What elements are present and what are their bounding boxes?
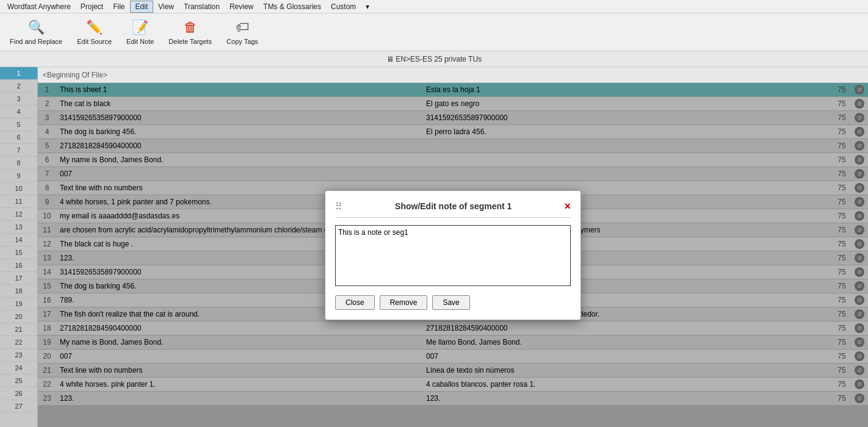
find-replace-label: Find and Replace bbox=[10, 38, 62, 45]
close-button[interactable]: Close bbox=[335, 295, 375, 310]
save-button[interactable]: Save bbox=[432, 295, 469, 310]
menu-edit[interactable]: Edit bbox=[130, 1, 154, 13]
row-num-26: 26 bbox=[0, 387, 37, 400]
main-area: 1 2 3 4 5 6 7 8 9 10 11 12 13 14 15 16 1… bbox=[0, 67, 868, 427]
row-num-27: 27 bbox=[0, 400, 37, 413]
copy-tags-label: Copy Tags bbox=[226, 38, 258, 45]
row-num-6: 6 bbox=[0, 131, 37, 144]
menu-tms[interactable]: TMs & Glossaries bbox=[258, 1, 326, 12]
row-num-10: 10 bbox=[0, 182, 37, 195]
modal-header: ⠿ Show/Edit note of segment 1 × bbox=[335, 201, 571, 218]
edit-note-label: Edit Note bbox=[126, 38, 154, 45]
edit-source-button[interactable]: ✏️ Edit Source bbox=[72, 17, 117, 48]
menu-custom[interactable]: Custom bbox=[326, 1, 361, 12]
note-modal: ⠿ Show/Edit note of segment 1 × Close Re… bbox=[325, 190, 581, 320]
delete-targets-label: Delete Targets bbox=[168, 38, 212, 45]
row-num-21: 21 bbox=[0, 323, 37, 336]
edit-note-button[interactable]: 📝 Edit Note bbox=[121, 17, 159, 48]
row-num-15: 15 bbox=[0, 246, 37, 259]
row-num-5: 5 bbox=[0, 118, 37, 131]
row-num-2: 2 bbox=[0, 80, 37, 93]
row-num-9: 9 bbox=[0, 170, 37, 182]
bof-label: <Beginning Of File> bbox=[38, 67, 868, 83]
toolbar: 🔍 Find and Replace ✏️ Edit Source 📝 Edit… bbox=[0, 13, 868, 51]
row-num-11: 11 bbox=[0, 195, 37, 208]
remove-button[interactable]: Remove bbox=[380, 295, 428, 310]
row-num-7: 7 bbox=[0, 144, 37, 157]
menu-project[interactable]: Project bbox=[76, 1, 108, 12]
row-num-20: 20 bbox=[0, 310, 37, 323]
menu-file[interactable]: File bbox=[108, 1, 129, 12]
menu-more[interactable]: ▾ bbox=[361, 1, 374, 12]
menu-view[interactable]: View bbox=[153, 1, 179, 12]
modal-overlay: ⠿ Show/Edit note of segment 1 × Close Re… bbox=[38, 83, 868, 427]
translation-table-container[interactable]: 1 This is sheet 1 Esta es la hoja 1 75 ⊘… bbox=[38, 83, 868, 427]
row-num-18: 18 bbox=[0, 285, 37, 298]
delete-targets-button[interactable]: 🗑 Delete Targets bbox=[164, 17, 217, 48]
edit-source-icon: ✏️ bbox=[86, 20, 103, 35]
row-num-24: 24 bbox=[0, 362, 37, 375]
edit-note-icon: 📝 bbox=[132, 20, 148, 35]
status-bar: 🖥 EN>ES-ES 25 private TUs bbox=[0, 51, 868, 67]
row-num-1: 1 bbox=[0, 67, 37, 80]
row-num-22: 22 bbox=[0, 336, 37, 349]
row-num-13: 13 bbox=[0, 221, 37, 234]
modal-footer: Close Remove Save bbox=[335, 295, 571, 310]
copy-tags-icon: 🏷 bbox=[236, 20, 249, 35]
row-num-14: 14 bbox=[0, 234, 37, 246]
find-replace-button[interactable]: 🔍 Find and Replace bbox=[5, 17, 67, 48]
status-text: 🖥 EN>ES-ES 25 private TUs bbox=[386, 55, 482, 63]
row-num-4: 4 bbox=[0, 106, 37, 118]
find-replace-icon: 🔍 bbox=[28, 20, 45, 35]
row-num-16: 16 bbox=[0, 259, 37, 272]
menu-wordfast[interactable]: Wordfast Anywhere bbox=[2, 1, 76, 12]
menu-bar: Wordfast Anywhere Project File Edit View… bbox=[0, 0, 868, 13]
menu-review[interactable]: Review bbox=[225, 1, 258, 12]
edit-source-label: Edit Source bbox=[77, 38, 112, 45]
modal-title: Show/Edit note of segment 1 bbox=[342, 201, 564, 211]
row-sidebar: 1 2 3 4 5 6 7 8 9 10 11 12 13 14 15 16 1… bbox=[0, 67, 38, 427]
row-num-17: 17 bbox=[0, 272, 37, 285]
row-num-3: 3 bbox=[0, 93, 37, 106]
delete-targets-icon: 🗑 bbox=[184, 20, 197, 35]
row-num-8: 8 bbox=[0, 157, 37, 170]
row-num-25: 25 bbox=[0, 375, 37, 387]
drag-icon: ⠿ bbox=[335, 201, 342, 212]
menu-translation[interactable]: Translation bbox=[179, 1, 225, 12]
row-num-23: 23 bbox=[0, 349, 37, 362]
row-num-19: 19 bbox=[0, 298, 37, 310]
close-icon[interactable]: × bbox=[564, 201, 571, 212]
copy-tags-button[interactable]: 🏷 Copy Tags bbox=[222, 17, 263, 48]
content-area: <Beginning Of File> 1 This is sheet 1 Es… bbox=[38, 67, 868, 427]
row-num-12: 12 bbox=[0, 208, 37, 221]
note-textarea[interactable] bbox=[335, 225, 571, 286]
